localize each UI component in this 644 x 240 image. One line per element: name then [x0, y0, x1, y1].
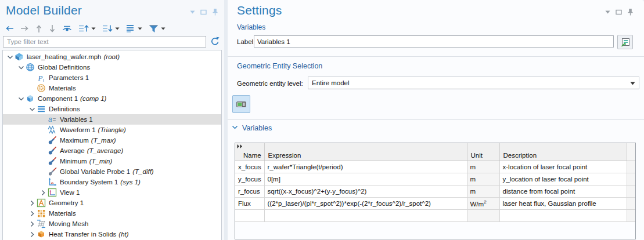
tree-item-view-1[interactable]: View 1: [3, 187, 221, 198]
tree-item-minimum[interactable]: Minimum(T_min): [3, 156, 221, 166]
cell-description[interactable]: [499, 210, 627, 222]
tree-item-waveform-1[interactable]: Waveform 1(Triangle): [3, 125, 221, 135]
panel-menu-button[interactable]: [605, 10, 610, 14]
caret-icon[interactable]: [91, 27, 96, 30]
tree-item-heat-transfer-in-solids[interactable]: Heat Transfer in Solids(ht): [3, 229, 221, 239]
cell-name[interactable]: Flux: [235, 198, 264, 210]
tree-item-label: Maximum: [60, 135, 89, 146]
chevron-down-icon[interactable]: [6, 55, 14, 59]
cell-description[interactable]: distance from focal point: [499, 186, 627, 198]
tree-item-materials[interactable]: Materials: [3, 208, 221, 219]
cell-expression[interactable]: r_wafer*Triangle(t/period): [264, 161, 467, 173]
moving-mesh-icon: [37, 219, 46, 228]
tree-item-label: Variables 1: [60, 114, 93, 125]
tree-item-component-1[interactable]: Component 1(comp 1): [3, 93, 221, 104]
tree-item-laser-heating-wafer-mph[interactable]: laser_heating_wafer.mph(root): [3, 52, 221, 62]
component-icon: [26, 94, 35, 103]
cell-expression[interactable]: ((2*p_laser)/(pi*r_spot^2))*exp(-(2*r_fo…: [264, 198, 467, 210]
tree-item-moving-mesh[interactable]: Moving Mesh: [3, 219, 221, 229]
panel-menu-button[interactable]: [190, 10, 195, 14]
label-input[interactable]: [254, 35, 614, 48]
chevron-right-icon[interactable]: [28, 200, 36, 206]
float-button[interactable]: [200, 9, 207, 15]
variables-section-collapse-chevron-icon[interactable]: [232, 125, 238, 129]
model-tree: laser_heating_wafer.mph(root)Global Defi…: [2, 50, 222, 240]
tree-item-label: Geometry 1: [49, 198, 84, 208]
tree-item-global-variable-probe-1[interactable]: Global Variable Probe 1(T_diff): [3, 166, 221, 177]
tree-item-average[interactable]: Average(T_average): [3, 146, 221, 156]
caret-icon[interactable]: [161, 27, 166, 30]
cell-name[interactable]: x_focus: [235, 161, 264, 173]
variables-table: NameExpressionUnitDescriptionx_focusr_wa…: [235, 143, 635, 222]
cell-name[interactable]: r_focus: [235, 186, 264, 198]
active-selection-toggle-button[interactable]: [232, 95, 250, 113]
chevron-right-icon[interactable]: [39, 190, 47, 196]
caret-icon[interactable]: [138, 27, 142, 30]
chevron-down-icon[interactable]: [28, 107, 36, 111]
table-row: [235, 210, 635, 222]
go-back-button[interactable]: [5, 25, 14, 32]
settings-title: Settings: [237, 3, 282, 17]
cell-unit[interactable]: m: [467, 161, 499, 173]
tree-item-label: View 1: [60, 187, 80, 198]
expand-all-button[interactable]: [102, 24, 120, 32]
column-header-expression: Expression: [264, 143, 467, 161]
tree-item-label: Global Variable Probe 1: [60, 166, 130, 177]
tree-item-tag: (T_min): [89, 158, 113, 165]
collapse-all-button[interactable]: [78, 24, 96, 32]
pin-button[interactable]: [212, 8, 218, 16]
cell-description[interactable]: laser heat flux, Gaussian profile: [499, 198, 627, 210]
chevron-right-icon[interactable]: [28, 221, 36, 227]
chevron-down-icon[interactable]: [17, 97, 25, 101]
cell-expression[interactable]: [264, 210, 467, 222]
arrow-down-icon: [49, 24, 56, 33]
cell-description[interactable]: y_location of laser focal point: [499, 173, 627, 186]
chevron-right-icon[interactable]: [28, 210, 36, 217]
go-forward-button[interactable]: [20, 25, 29, 32]
tree-item-global-definitions[interactable]: Global Definitions: [3, 62, 221, 72]
tree-item-definitions[interactable]: Definitions: [3, 104, 221, 114]
refresh-icon[interactable]: [209, 35, 221, 47]
cell-name[interactable]: y_focus: [235, 173, 264, 186]
pin-button[interactable]: [627, 8, 634, 16]
cell-unit[interactable]: m: [467, 186, 499, 198]
filter-input[interactable]: [3, 36, 206, 48]
tree-item-boundary-system-1[interactable]: Boundary System 1(sys 1): [3, 177, 221, 187]
tree-item-geometry-1[interactable]: Geometry 1: [3, 198, 221, 208]
tree-list-icon: [126, 24, 135, 32]
table-row: Flux((2*p_laser)/(pi*r_spot^2))*exp(-(2*…: [235, 198, 635, 210]
column-header-unit: Unit: [467, 143, 499, 161]
cell-unit[interactable]: [467, 210, 499, 222]
tree-item-maximum[interactable]: Maximum(T_max): [3, 135, 221, 146]
tree-item-parameters-1[interactable]: PiParameters 1: [3, 72, 221, 83]
geometric-entity-level-select[interactable]: Entire model: [308, 77, 639, 89]
arrow-left-icon: [5, 25, 14, 32]
column-header-extra: [627, 143, 635, 161]
filter-button[interactable]: [149, 24, 166, 33]
waveform-icon: [48, 125, 57, 134]
node-label-button[interactable]: [126, 24, 142, 32]
cell-name[interactable]: [235, 210, 264, 222]
move-down-button[interactable]: [49, 24, 56, 33]
caret-icon[interactable]: [115, 27, 120, 30]
tree-item-label: Moving Mesh: [49, 219, 88, 229]
chevron-down-icon[interactable]: [17, 66, 25, 70]
tree-item-label: Minimum: [60, 156, 87, 166]
chevron-right-icon[interactable]: [28, 231, 36, 238]
cell-expression[interactable]: 0[m]: [264, 173, 467, 186]
cell-expression[interactable]: sqrt((x-x_focus)^2+(y-y_focus)^2): [264, 186, 467, 198]
move-up-button[interactable]: [35, 24, 42, 33]
cell-unit[interactable]: m: [467, 173, 499, 186]
tree-item-variables-1[interactable]: a=Variables 1: [3, 114, 221, 125]
tree-item-materials[interactable]: Materials: [3, 83, 221, 93]
cell-unit[interactable]: W/m2: [467, 198, 499, 210]
tree-item-tag: (Triangle): [98, 126, 126, 133]
cell-description[interactable]: x-location of laser focal point: [499, 161, 627, 173]
show-button[interactable]: [62, 25, 72, 32]
rename-button[interactable]: [617, 35, 633, 49]
tree-item-label: Component 1: [38, 93, 78, 104]
float-button[interactable]: [616, 9, 622, 15]
parameters-icon: Pi: [37, 73, 46, 82]
tree-item-tag: (ht): [118, 231, 128, 238]
model-builder-title: Model Builder: [6, 3, 82, 17]
